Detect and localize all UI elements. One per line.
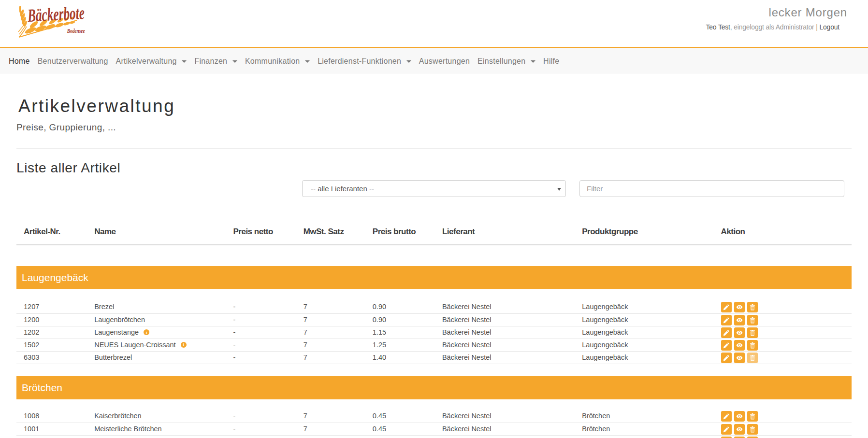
svg-text:Bodensee: Bodensee xyxy=(67,28,85,34)
svg-text:Bäckerbote: Bäckerbote xyxy=(27,5,85,26)
